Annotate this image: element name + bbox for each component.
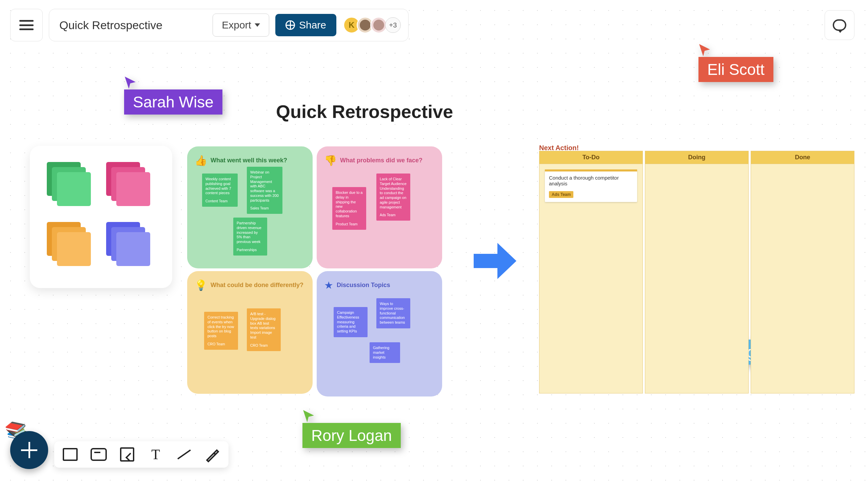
chat-bubble-icon xyxy=(833,19,846,31)
card-text: Conduct a thorough competitor analysis xyxy=(545,171,637,190)
more-collaborators-badge[interactable]: +3 xyxy=(385,17,401,33)
panel-title: What problems did we face? xyxy=(340,157,422,164)
panel-differently[interactable]: 💡What could be done differently? Correct… xyxy=(187,271,313,394)
sticky-note[interactable]: Campaign Effectiveness measuring criteri… xyxy=(334,307,368,337)
highlighter-tool[interactable] xyxy=(204,446,221,463)
share-button[interactable]: Share xyxy=(275,14,336,36)
svg-marker-4 xyxy=(474,243,516,279)
kanban-column-todo[interactable]: To-Do Conduct a thorough competitor anal… xyxy=(539,151,643,393)
hamburger-icon xyxy=(19,20,34,30)
main-menu-button[interactable] xyxy=(10,9,43,41)
board-title: Quick Retrospective xyxy=(276,101,453,122)
remote-cursor-sarah: Sarah Wise xyxy=(124,76,222,115)
thumbs-up-icon: 👍 xyxy=(195,155,207,166)
export-label: Export xyxy=(222,19,251,31)
column-header: Done xyxy=(751,151,854,164)
star-icon: ★ xyxy=(324,279,333,291)
kanban-column-doing[interactable]: Doing xyxy=(645,151,749,393)
svg-marker-2 xyxy=(303,410,314,422)
comments-button[interactable] xyxy=(825,10,854,40)
column-header: To-Do xyxy=(539,151,643,164)
sticky-palette[interactable] xyxy=(30,146,172,288)
sticky-note[interactable]: Ways to improve cross-functional communi… xyxy=(376,298,410,328)
lightbulb-icon: 💡 xyxy=(195,279,207,291)
avatar[interactable] xyxy=(370,17,387,34)
panel-title: What could be done differently? xyxy=(211,282,303,289)
sticky-note[interactable]: Partnership driven revenue increased by … xyxy=(233,218,267,256)
add-button[interactable] xyxy=(10,431,48,469)
tool-tray: T xyxy=(54,441,229,468)
panel-went-well[interactable]: 👍What went well this week? Weekly conten… xyxy=(187,146,313,268)
collaborator-avatars: K +3 xyxy=(347,17,401,34)
export-button[interactable]: Export xyxy=(213,14,269,37)
sticky-note[interactable]: Webinar on Project Management with ABC s… xyxy=(247,167,282,214)
chevron-down-icon xyxy=(255,23,260,27)
panel-title: What went well this week? xyxy=(211,157,287,164)
thumbs-down-icon: 👎 xyxy=(324,155,337,166)
globe-icon xyxy=(285,20,295,30)
remote-name-tag: Eli Scott xyxy=(698,57,773,82)
kanban-column-done[interactable]: Done xyxy=(751,151,854,393)
sticky-note[interactable]: Correct tracking of events when click th… xyxy=(204,312,238,350)
text-tool[interactable]: T xyxy=(147,446,164,463)
column-header: Doing xyxy=(645,151,748,164)
line-tool[interactable] xyxy=(176,446,193,463)
svg-marker-1 xyxy=(699,44,710,56)
share-label: Share xyxy=(299,19,326,31)
kanban-card[interactable]: Conduct a thorough competitor analysis A… xyxy=(545,169,637,202)
sticky-note[interactable]: Lack of Clear Target Audience Understand… xyxy=(376,174,410,221)
remote-cursor-eli: Eli Scott xyxy=(698,43,773,82)
document-toolbar: Quick Retrospective Export Share K +3 xyxy=(49,9,409,41)
sticky-note[interactable]: A/B test - Upgrade dialog box AB test te… xyxy=(247,308,281,351)
remote-name-tag: Sarah Wise xyxy=(124,89,222,115)
panel-discussion[interactable]: ★Discussion Topics Campaign Effectivenes… xyxy=(317,271,442,396)
sticky-stack-green[interactable] xyxy=(47,162,91,206)
sticky-stack-orange[interactable] xyxy=(47,222,91,266)
sticky-note[interactable]: Blocker due to a delay in shipping the n… xyxy=(332,187,366,230)
shape-tool[interactable] xyxy=(62,446,79,463)
sticky-note[interactable]: Gathering market insights xyxy=(370,342,400,363)
sticky-stack-purple[interactable] xyxy=(106,222,150,266)
card-tag: Ads Team xyxy=(549,191,573,198)
sticky-stack-pink[interactable] xyxy=(106,162,150,206)
kanban-board[interactable]: To-Do Conduct a thorough competitor anal… xyxy=(539,151,854,393)
panel-title: Discussion Topics xyxy=(337,282,390,289)
remote-name-tag: Rory Logan xyxy=(302,423,401,448)
top-bar: Quick Retrospective Export Share K +3 xyxy=(10,9,409,41)
document-title[interactable]: Quick Retrospective xyxy=(59,19,162,32)
remote-cursor-rory: Rory Logan xyxy=(302,409,401,448)
card-tool[interactable] xyxy=(90,446,107,463)
svg-marker-0 xyxy=(125,77,136,89)
sticky-tool[interactable] xyxy=(119,446,136,463)
panel-problems[interactable]: 👎What problems did we face? Blocker due … xyxy=(317,146,442,268)
sticky-note[interactable]: Weekly content publishing goal achieved … xyxy=(202,174,238,207)
arrow-right-icon xyxy=(471,237,519,285)
